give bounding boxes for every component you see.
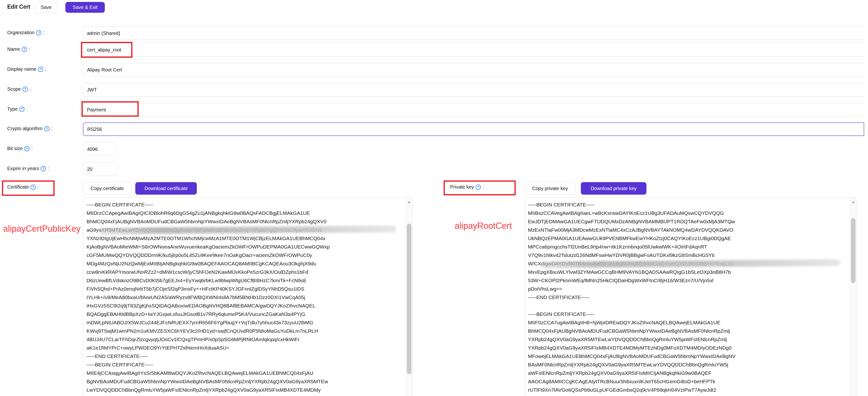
red-highlight-box-type <box>82 101 139 117</box>
red-highlight-box-name <box>81 42 132 58</box>
scroll-up-icon[interactable]: ▲ <box>406 199 412 205</box>
private-key-scrollbar[interactable]: ▲ <box>850 198 856 396</box>
cert-text-line: -----BEGIN CERTIFICATE----- <box>87 200 403 209</box>
red-highlight-box-certificate-label <box>2 180 55 196</box>
save-button[interactable]: Save <box>35 2 57 13</box>
cert-text-line: W/CXdigwDAYDVR0TBAHwAwEB/zALBgNVHQ8EBAMC… <box>528 259 847 268</box>
bit-size-label: Bit size ? : <box>7 146 33 151</box>
expire-in-years-label: Expire in years ? : <box>7 166 49 171</box>
name-label: Name ? : <box>7 47 30 52</box>
cert-text-line: KWvj9T5wjM1wmPN2m1uKMVZESXC6hYEV3c2/HD1y… <box>87 327 403 335</box>
help-icon[interactable]: ? <box>24 146 30 151</box>
cert-text-line: -----END CERTIFICATE----- <box>528 293 847 302</box>
cert-text-line: MDg4MzQxNjU2NzQwMjExMIIBIjANBgkqhkiG9w0B… <box>87 259 403 268</box>
scrollbar-thumb[interactable] <box>851 218 856 283</box>
cert-text-line: ccw8rvKkRAPYmorwUNnRZz2+dMiW1cscW/jyC5hF… <box>87 268 403 276</box>
annotation-alipay-root-cert: alipayRootCert <box>455 221 512 231</box>
cert-text-line: YXRpb24gQXV0aG9yaXR5IFIxMB4XDTE4MDMyMTEz… <box>528 344 847 352</box>
cert-text-line: LwYDVQQDDChBbnQgRmluYW5jaWFsIENlcnRpZmlj… <box>87 386 403 394</box>
scope-input[interactable] <box>83 83 864 96</box>
type-input[interactable] <box>83 103 864 116</box>
display-name-input[interactable] <box>83 63 864 77</box>
private-key-textarea[interactable]: -----BEGIN CERTIFICATE-----MIIBszCCAVegA… <box>524 197 857 396</box>
save-and-exit-button[interactable]: Save & Exit <box>65 2 105 13</box>
expire-in-years-input[interactable] <box>83 162 117 176</box>
certificate-scrollbar[interactable]: ▲ <box>406 198 412 396</box>
cert-text-line: MxvEpgXBxuWLYlvwl3ZYMAwGCCqBHM9VAYN1BQAD… <box>528 268 847 276</box>
help-icon[interactable]: ? <box>22 47 27 52</box>
scrollbar-thumb[interactable] <box>407 224 411 374</box>
cert-text-line: IYLHk+/u9/MeA80bxaU/blvwUN2A5/aWRyzv8FWB… <box>87 293 403 302</box>
cert-text-line: MzExNTlaFw00MjA3MDcwMzExNTlaMC4xCzAJBgNV… <box>528 226 847 234</box>
crypto-algorithm-label: Crypto algorithm ? : <box>7 126 52 131</box>
cert-text-line: iHxGVz5SC9t2q9jT83ZgKjhsSQIDAQABoxIwEDAO… <box>87 302 403 310</box>
certificate-textarea[interactable]: -----BEGIN CERTIFICATE-----MIIDrzCCApegA… <box>83 197 413 396</box>
download-certificate-button[interactable]: Download certificate <box>135 182 197 195</box>
cert-text-line: BhMCQ04xFjAUBgNVBAoMDUFudCBGaW5hbmNpYWwx… <box>528 327 847 335</box>
private-key-text: -----BEGIN CERTIFICATE-----MIIBszCCAVegA… <box>528 200 847 394</box>
help-icon[interactable]: ? <box>38 67 43 72</box>
cert-text-line: MPCca6pmgcchsTf2UnBeL9rtp4nw+itk1Kzrmbnq… <box>528 243 847 251</box>
help-icon[interactable]: ? <box>23 87 28 92</box>
cert-text-line: mDWLpNtUABOJ/X5WJCu244EJFcNRUEXX7yrnR656… <box>87 318 403 327</box>
scroll-up-icon[interactable]: ▲ <box>850 199 857 205</box>
cert-text-line: 4BUJ4U7CLarTFhDqrZlzcgvyqtjJOsCv1lCQxgTP… <box>87 335 403 344</box>
cert-text-line: BQADggEBAHtIdBBpXzD+IwYJGxjwLsfuuJtGsotB… <box>87 310 403 318</box>
download-private-key-button[interactable]: Download private key <box>581 182 646 195</box>
cert-text-line: MIIDrzCCApegAwIBAgIQICIDBlohR6q6DgG54gZu… <box>87 209 403 217</box>
help-icon[interactable]: ? <box>19 107 25 112</box>
cert-text-line: BAsMF0NlcnRpZmljYXRpb24gQXV0aG9yaXR5MTEw… <box>528 360 847 369</box>
crypto-algorithm-select[interactable] <box>83 122 864 136</box>
cert-text-line: YXRpb24gQXV0aG9yaXR5MTEwLwYDVQQDDChBbnQg… <box>528 335 847 344</box>
cert-text-line: MIIE4jCCAsqgAwIBAgIIYsSr5bKAMl8wDQYJKoZI… <box>87 369 403 377</box>
cert-text-line: -----BEGIN CERTIFICATE----- <box>87 360 403 369</box>
organization-input[interactable] <box>83 26 864 40</box>
cert-text-line: MIIF0zCCA7ugAwIBAgIIH8+hjWpIDREwDQYJKoZI… <box>528 318 847 327</box>
cert-text-line: pDoiVhsLwg== <box>528 285 847 293</box>
cert-text-line: EwJDTjEOMAwGA1UECgwFTlJDQUMxDzANBgNVBAMM… <box>528 217 847 226</box>
cert-text-line: KjAoBgNVBAoMIeWMl+S6rOWNoeaAneWuvuenkeaK… <box>87 243 403 251</box>
cert-text-line: -----BEGIN CERTIFICATE----- <box>528 310 847 318</box>
cert-text-line: MFowejELMAkGA1UEBhMCQ04xFjAUBgNVBAoMDUFu… <box>528 352 847 360</box>
cert-text-line: aK1e1fIMYPrC+owyLPWDEO9YrYtEPHT2xlhtemHn… <box>87 344 403 352</box>
copy-private-key-button[interactable]: Copy private key <box>524 182 576 195</box>
cert-text-line: rUTlFt9Xn7fAVGo6QSsPb9uGLpUFGEdGmbsQ2q9c… <box>528 386 847 394</box>
help-icon[interactable]: ? <box>36 30 41 35</box>
annotation-alipay-cert-public-key: alipayCertPublicKey <box>3 224 81 234</box>
cert-text-line: FiVhSQhd+PrAz0enqNrbT5b7jCOjeSf2qP3msFy+… <box>87 285 403 293</box>
help-icon[interactable]: ? <box>41 166 46 171</box>
scope-label: Scope ? : <box>7 86 31 92</box>
page-title: Edit Cert <box>7 4 30 10</box>
cert-text-line: -----END CERTIFICATE----- <box>87 352 403 360</box>
cert-text-line: AAOCAg8AMIICCgKCAgEAtytTRcBNuur5h8xuxnlK… <box>528 377 847 386</box>
cert-text-line: D6zUewBfLVdskozO9BCvD0Kt5b7gEEJx4+EyYwqb… <box>87 276 403 285</box>
help-icon[interactable]: ? <box>44 126 50 131</box>
red-highlight-box-private-key-label <box>444 180 516 195</box>
copy-certificate-button[interactable]: Copy certificate <box>83 182 131 195</box>
display-name-label: Display name ? : <box>7 66 46 72</box>
cert-text-line: MIIBszCCAVegAwIBAgIIaeL+wBcKxnswDAYIKoEc… <box>528 209 847 217</box>
cert-text-line: YXNzIDIgUjEwHhcNMjIwMzA2MTE0OTM1WhcNMjcw… <box>87 234 403 243</box>
cert-text-line: BhMCQ04xFjAUBgNVBAoMDUFudCBGaW5hbmNpYWwx… <box>87 217 403 226</box>
cert-text-line: UkNBQzEPMA0GA1UEAwwGUk9PVENBMFkwEwYHKoZI… <box>528 234 847 243</box>
cert-text-line: 53W+CKOPl2PknmWEq/lMhtn25HkCIQDaHDgWxWFt… <box>528 276 847 285</box>
bit-size-input[interactable] <box>83 142 117 156</box>
type-label: Type ? : <box>7 106 28 112</box>
toolbar: Edit Cert Save Save & Exit <box>0 0 868 15</box>
cert-text-line: aWFsIENlcnRpZmljYXRpb24gQXV0aG9yaXR5IFIx… <box>528 369 847 377</box>
certificate-text: -----BEGIN CERTIFICATE-----MIIDrzCCApegA… <box>87 200 403 394</box>
cert-text-line: aG9yaXR5MTEwLwYDVQQDDDBBbnQgRmluYWFjaWFs… <box>87 226 403 234</box>
cert-text-line: cGF5MUMwQQYDVQQDDDrmlK/ku5jlrp0o5Lit5Zu9… <box>87 251 403 259</box>
organization-label: Organization ? : <box>7 30 44 35</box>
cert-text-line: V7Q9v1htkv42Tslutzd126NdMFswHwYDVR0jBBgw… <box>528 251 847 259</box>
name-input[interactable] <box>83 43 864 57</box>
cert-text-line: BgNVBAoMDUFudCBGaW5hbmNpYWwxIDAeBgNVBAsM… <box>87 377 403 386</box>
cert-text-line <box>528 302 847 310</box>
cert-text-line: -----BEGIN CERTIFICATE----- <box>528 200 847 209</box>
